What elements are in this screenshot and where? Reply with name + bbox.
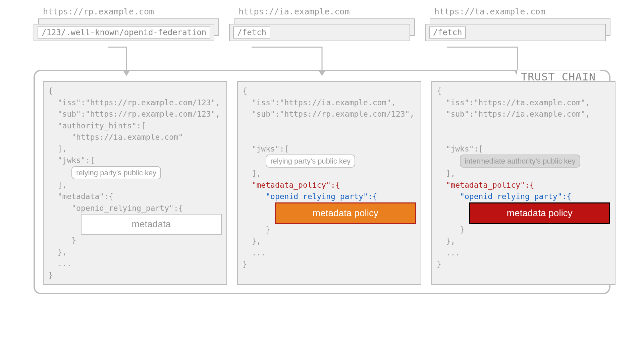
rp-sub: "sub":"https://rp.example.com/123", (58, 110, 220, 118)
ia-pubkey-pill: relying party's public key (266, 155, 355, 168)
ia-browser: /fetch (229, 18, 415, 43)
ta-jwks: "jwks":[ (446, 144, 483, 153)
ia-metadata-policy: "metadata_policy":{ (252, 181, 340, 189)
rp-url: https://rp.example.com (34, 7, 219, 16)
ia-json: { "iss":"https://ia.example.com", "sub":… (237, 81, 421, 285)
rp-auth-hint-url: "https://ia.example.com" (71, 133, 183, 141)
rp-pubkey-pill: relying party's public key (71, 166, 161, 179)
rp-iss: "iss":"https://rp.example.com/123", (58, 98, 220, 107)
ta-metadata-policy: "metadata_policy":{ (446, 181, 534, 189)
ta-policy-box: metadata policy (469, 202, 610, 224)
trust-chain-container: TRUST CHAIN { "iss":"https://rp.example.… (34, 70, 610, 294)
col-ia-header: https://ia.example.com /fetch (229, 7, 415, 77)
rp-browser: /123/.well-known/openid-federation (34, 18, 219, 43)
ta-pubkey-pill: intermediate authority's public key (460, 155, 580, 168)
rp-jwks: "jwks":[ (58, 156, 95, 165)
rp-metadata: "metadata":{ (58, 192, 113, 201)
ta-iss: "iss":"https://ta.example.com", (446, 98, 590, 107)
rp-metadata-box: metadata (81, 214, 222, 235)
ta-url: https://ta.example.com (425, 7, 610, 16)
ta-openid: "openid_relying_party":{ (460, 192, 571, 201)
rp-openid: "openid_relying_party":{ (71, 204, 183, 213)
header-columns: https://rp.example.com /123/.well-known/… (34, 7, 610, 77)
ia-path: /fetch (233, 26, 270, 39)
ta-browser: /fetch (425, 18, 610, 43)
ta-json: { "iss":"https://ta.example.com", "sub":… (431, 81, 615, 285)
ia-url: https://ia.example.com (229, 7, 415, 16)
ia-openid: "openid_relying_party":{ (266, 192, 377, 201)
rp-path: /123/.well-known/openid-federation (38, 26, 210, 39)
chain-columns: { "iss":"https://rp.example.com/123", "s… (43, 81, 601, 285)
ia-policy-box: metadata policy (275, 202, 416, 224)
rp-json: { "iss":"https://rp.example.com/123", "s… (43, 81, 227, 285)
ia-jwks: "jwks":[ (252, 144, 289, 153)
ta-sub: "sub":"https://ia.example.com", (446, 110, 590, 118)
col-ta-header: https://ta.example.com /fetch (425, 7, 610, 77)
ta-path: /fetch (429, 26, 466, 39)
ia-sub: "sub":"https://rp.example.com/123", (252, 110, 415, 118)
col-rp-header: https://rp.example.com /123/.well-known/… (34, 7, 219, 77)
rp-auth-hints: "authority_hints":[ (58, 121, 146, 130)
ia-iss: "iss":"https://ia.example.com", (252, 98, 396, 107)
